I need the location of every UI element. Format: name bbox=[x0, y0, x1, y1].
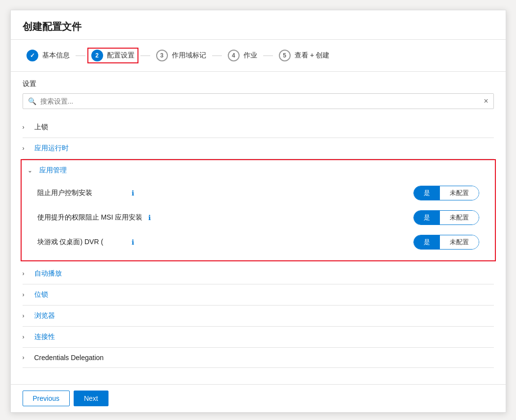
step-5-circle: 5 bbox=[279, 50, 291, 61]
auto-play-header[interactable]: › 自动播放 bbox=[23, 269, 494, 278]
credentials-section: › Credentials Delegation bbox=[23, 348, 494, 368]
step-3-label: 作用域标记 bbox=[172, 51, 206, 60]
browser-section: › 浏览器 bbox=[23, 306, 494, 327]
step-5-label: 查看 + 创建 bbox=[295, 51, 330, 60]
setting-1-controls: 是 未配置 bbox=[413, 186, 479, 200]
step-2-circle: 2 bbox=[91, 50, 103, 61]
setting-3-info-icon[interactable]: ℹ bbox=[132, 238, 134, 246]
step-5[interactable]: 5 查看 + 创建 bbox=[275, 48, 334, 63]
credentials-header[interactable]: › Credentials Delegation bbox=[23, 354, 494, 362]
credentials-chevron: › bbox=[23, 354, 30, 361]
app-management-section: ⌄ 应用管理 阻止用户控制安装 ℹ 是 未配置 使用提升的权限阻止 MSI 应用… bbox=[21, 159, 496, 261]
shang-suo-title: 上锁 bbox=[34, 123, 48, 132]
previous-button[interactable]: Previous bbox=[23, 391, 70, 406]
step-1[interactable]: ✓ 基本信息 bbox=[23, 48, 74, 63]
setting-2-name: 使用提升的权限阻止 MSI 应用安装 bbox=[37, 213, 143, 223]
step-1-circle: ✓ bbox=[27, 50, 38, 61]
shang-suo-chevron: › bbox=[23, 124, 30, 131]
browser-title: 浏览器 bbox=[34, 311, 55, 320]
search-bar: 🔍 × bbox=[23, 93, 494, 109]
steps-container: ✓ 基本信息 2 配置设置 3 作用域标记 4 作业 5 查看 + 创建 bbox=[11, 40, 506, 72]
search-input[interactable] bbox=[40, 97, 482, 105]
setting-1-toggle-no[interactable]: 未配置 bbox=[440, 186, 479, 200]
auto-play-chevron: › bbox=[23, 270, 30, 277]
shang-suo-header[interactable]: › 上锁 bbox=[23, 123, 494, 132]
settings-section-label: 设置 bbox=[23, 80, 494, 88]
modal-footer: Previous Next bbox=[11, 384, 506, 412]
next-button[interactable]: Next bbox=[74, 391, 109, 406]
setting-3-toggle-group: 是 未配置 bbox=[413, 235, 479, 250]
step-4-circle: 4 bbox=[228, 50, 240, 61]
modal-title: 创建配置文件 bbox=[23, 21, 81, 32]
setting-2-controls: 是 未配置 bbox=[413, 210, 479, 225]
setting-1-toggle-group: 是 未配置 bbox=[413, 186, 479, 200]
app-mgmt-title: 应用管理 bbox=[39, 166, 67, 175]
location-section: › 位锁 bbox=[23, 284, 494, 306]
location-header[interactable]: › 位锁 bbox=[23, 290, 494, 299]
connectivity-title: 连接性 bbox=[34, 333, 55, 341]
app-runtime-title: 应用运行时 bbox=[34, 144, 69, 153]
connectivity-header[interactable]: › 连接性 bbox=[23, 333, 494, 341]
app-management-header[interactable]: ⌄ 应用管理 bbox=[27, 166, 489, 175]
auto-play-title: 自动播放 bbox=[34, 269, 62, 278]
step-3-circle: 3 bbox=[156, 50, 168, 61]
location-chevron: › bbox=[23, 291, 30, 298]
setting-row-3: 块游戏 仅桌面) DVR ( ℹ 是 未配置 bbox=[27, 230, 489, 254]
auto-play-section: › 自动播放 bbox=[23, 263, 494, 284]
setting-3-controls: 是 未配置 bbox=[413, 235, 479, 250]
step-2[interactable]: 2 配置设置 bbox=[87, 48, 138, 63]
search-clear-icon[interactable]: × bbox=[484, 97, 488, 106]
step-4[interactable]: 4 作业 bbox=[224, 48, 261, 63]
step-4-label: 作业 bbox=[244, 51, 257, 60]
connectivity-section: › 连接性 bbox=[23, 327, 494, 348]
app-runtime-header[interactable]: › 应用运行时 bbox=[23, 144, 494, 153]
step-2-label: 配置设置 bbox=[107, 51, 135, 60]
connectivity-chevron: › bbox=[23, 334, 30, 340]
setting-row-1: 阻止用户控制安装 ℹ 是 未配置 bbox=[27, 181, 489, 205]
content-area: 设置 🔍 × › 上锁 › 应用运行时 ⌄ 应用管理 bbox=[11, 72, 506, 384]
modal-header: 创建配置文件 bbox=[11, 10, 506, 40]
setting-row-2: 使用提升的权限阻止 MSI 应用安装 ℹ 是 未配置 bbox=[27, 205, 489, 230]
setting-1-info-icon[interactable]: ℹ bbox=[132, 189, 134, 197]
setting-2-toggle-yes[interactable]: 是 bbox=[414, 211, 440, 224]
step-separator-3 bbox=[212, 56, 222, 56]
setting-1-toggle-yes[interactable]: 是 bbox=[414, 186, 440, 200]
browser-chevron: › bbox=[23, 312, 30, 319]
step-1-label: 基本信息 bbox=[42, 51, 70, 60]
create-profile-modal: 创建配置文件 ✓ 基本信息 2 配置设置 3 作用域标记 4 作业 5 bbox=[10, 10, 506, 413]
search-icon: 🔍 bbox=[28, 97, 36, 105]
step-separator-2 bbox=[140, 56, 150, 56]
setting-3-toggle-yes[interactable]: 是 bbox=[414, 235, 440, 249]
app-runtime-chevron: › bbox=[23, 145, 30, 152]
shang-suo-section: › 上锁 bbox=[23, 117, 494, 138]
browser-header[interactable]: › 浏览器 bbox=[23, 311, 494, 320]
setting-2-toggle-group: 是 未配置 bbox=[413, 210, 479, 225]
location-title: 位锁 bbox=[34, 290, 48, 299]
setting-2-toggle-no[interactable]: 未配置 bbox=[440, 211, 479, 224]
setting-1-name: 阻止用户控制安装 bbox=[37, 189, 126, 197]
step-separator-1 bbox=[76, 56, 85, 56]
step-separator-4 bbox=[263, 56, 273, 56]
credentials-title: Credentials Delegation bbox=[34, 354, 104, 362]
app-mgmt-chevron: ⌄ bbox=[27, 167, 35, 174]
step-3[interactable]: 3 作用域标记 bbox=[152, 48, 210, 63]
app-runtime-section: › 应用运行时 bbox=[23, 138, 494, 159]
setting-3-toggle-no[interactable]: 未配置 bbox=[440, 235, 479, 249]
setting-2-info-icon[interactable]: ℹ bbox=[148, 214, 151, 222]
setting-3-name: 块游戏 仅桌面) DVR ( bbox=[37, 238, 126, 247]
